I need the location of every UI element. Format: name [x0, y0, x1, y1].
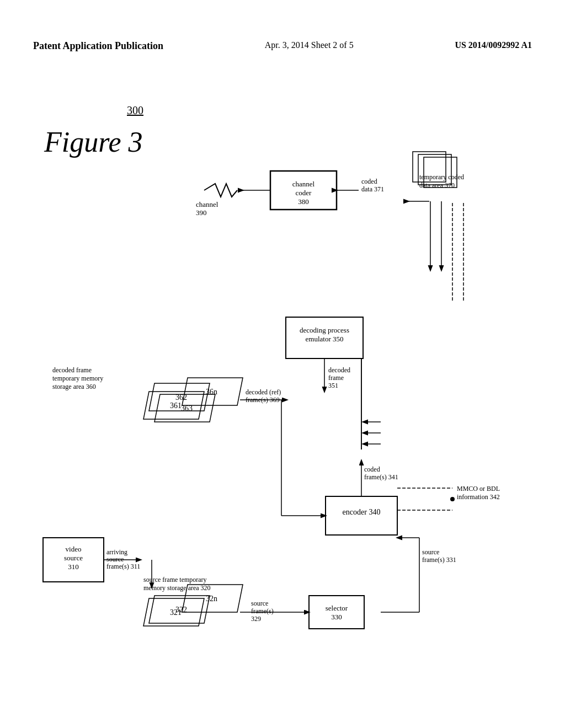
svg-text:361: 361 — [170, 402, 182, 410]
selector-box — [309, 596, 364, 629]
svg-text:390: 390 — [196, 208, 207, 217]
mmco-label: MMCO or BDL — [457, 485, 500, 493]
source-frames-331-label: source — [422, 548, 439, 556]
temp-coded-label: temporary coded — [419, 173, 464, 181]
svg-text:330: 330 — [331, 613, 342, 621]
dpe-label-1: decoding process — [300, 326, 349, 334]
svg-text:380: 380 — [298, 197, 309, 206]
svg-text:data area 370: data area 370 — [419, 181, 455, 189]
svg-text:memory storage area 320: memory storage area 320 — [143, 584, 211, 592]
svg-text:329: 329 — [251, 615, 261, 623]
svg-text:frame: frame — [328, 374, 344, 382]
svg-text:source: source — [106, 555, 124, 563]
header-center: Apr. 3, 2014 Sheet 2 of 5 — [265, 40, 354, 52]
svg-text:source: source — [64, 554, 83, 562]
svg-text:310: 310 — [68, 563, 79, 571]
svg-text:36n: 36n — [206, 388, 217, 396]
svg-text:emulator 350: emulator 350 — [306, 335, 344, 343]
page: Patent Application Publication Apr. 3, 2… — [0, 0, 565, 728]
svg-text:32n: 32n — [206, 595, 217, 603]
header-right: US 2014/0092992 A1 — [455, 40, 532, 52]
svg-text:storage area 360: storage area 360 — [52, 383, 96, 390]
channel-390-label: channel — [196, 200, 218, 208]
svg-text:frame(s) 369: frame(s) 369 — [246, 396, 280, 404]
svg-text:information 342: information 342 — [457, 493, 500, 501]
decoded-frame-label: decoded frame — [52, 366, 92, 374]
selector-label: selector — [326, 604, 348, 612]
decoded-frame-351-label: decoded — [328, 366, 350, 374]
encoder-label: encoder 340 — [343, 508, 381, 516]
svg-text:frame(s) 331: frame(s) 331 — [422, 556, 456, 564]
figure-number: 300 — [127, 104, 143, 116]
decoded-ref-label: decoded (ref) — [246, 388, 281, 396]
source-frames-329-label: source — [251, 599, 268, 607]
sftm-label: source frame temporary — [143, 576, 207, 584]
coded-frames-341-label: coded — [364, 465, 380, 473]
arriving-source-label: arriving — [106, 548, 127, 556]
figure-label: Figure 3 — [44, 126, 143, 158]
svg-text:frame(s) 311: frame(s) 311 — [106, 563, 140, 570]
svg-text:data 371: data 371 — [361, 185, 384, 193]
diagram: Figure 3 300 video source 310 arriving s… — [33, 85, 535, 692]
svg-text:frame(s) 341: frame(s) 341 — [364, 473, 398, 481]
video-source-label: video — [66, 545, 82, 553]
zigzag — [204, 184, 237, 197]
header: Patent Application Publication Apr. 3, 2… — [0, 40, 565, 52]
channel-coder-label: channel — [292, 180, 315, 188]
svg-text:frame(s): frame(s) — [251, 607, 274, 615]
header-left: Patent Application Publication — [33, 40, 163, 52]
svg-text:351: 351 — [328, 382, 338, 389]
dot — [450, 497, 455, 501]
svg-text:temporary memory: temporary memory — [52, 374, 103, 382]
svg-text:coder: coder — [296, 189, 312, 197]
coded-data-371-label: coded — [361, 178, 377, 185]
